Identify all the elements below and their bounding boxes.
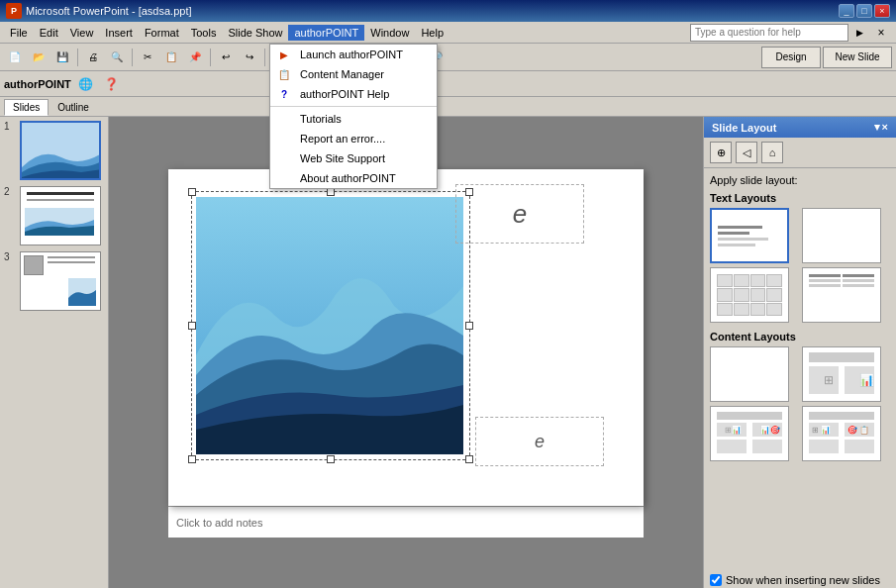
svg-text:🎯 📋: 🎯 📋 bbox=[847, 425, 869, 435]
menu-help[interactable]: Help bbox=[415, 25, 449, 41]
copy-btn[interactable]: 📋 bbox=[160, 47, 182, 68]
slide-image-1[interactable] bbox=[20, 121, 101, 180]
menu-insert[interactable]: Insert bbox=[99, 25, 139, 41]
tab-slides[interactable]: Slides bbox=[4, 99, 49, 116]
author-label: authorPOINT bbox=[4, 78, 71, 90]
menu-window[interactable]: Window bbox=[364, 25, 415, 41]
svg-text:⊞📊: ⊞📊 bbox=[725, 425, 742, 435]
layout-table2[interactable] bbox=[802, 267, 881, 323]
tutorials-item[interactable]: Tutorials bbox=[270, 109, 437, 129]
open-btn[interactable]: 📂 bbox=[28, 47, 50, 68]
content-layout-1[interactable] bbox=[710, 346, 789, 402]
author-icon1[interactable]: 🌐 bbox=[75, 73, 97, 95]
text-layouts-title: Text Layouts bbox=[710, 192, 890, 204]
panel-content: Apply slide layout: Text Layouts bbox=[704, 168, 896, 570]
cut-btn[interactable]: ✂ bbox=[137, 47, 158, 68]
handle-bm[interactable] bbox=[327, 455, 335, 463]
authorpoint-dropdown-menu: ▶ Launch authorPOINT 📋 Content Manager ?… bbox=[269, 44, 438, 189]
slide-tab-bar: Slides Outline bbox=[0, 97, 896, 117]
redo-btn[interactable]: ↪ bbox=[239, 47, 260, 68]
text-layout-grid bbox=[710, 208, 890, 323]
new-btn[interactable]: 📄 bbox=[4, 47, 26, 68]
svg-text:📊: 📊 bbox=[859, 372, 874, 387]
content-layout-3[interactable]: ⊞📊 📊🎯 bbox=[710, 406, 789, 461]
help-search-button[interactable]: ▶ bbox=[848, 22, 870, 44]
web-support-label: Web Site Support bbox=[300, 152, 385, 164]
minimize-button[interactable]: _ bbox=[839, 4, 854, 18]
slide-panel: 1 2 bbox=[0, 117, 109, 588]
web-support-item[interactable]: Web Site Support bbox=[270, 148, 437, 168]
sep2 bbox=[132, 49, 133, 66]
slide-num-2: 2 bbox=[4, 186, 16, 197]
title-bar-buttons: _ □ × bbox=[839, 4, 890, 18]
launch-authorpoint-item[interactable]: ▶ Launch authorPOINT bbox=[270, 45, 437, 64]
close-button[interactable]: × bbox=[874, 4, 890, 18]
panel-dropdown-icon[interactable]: ▾ bbox=[874, 121, 880, 134]
slide-canvas[interactable]: e e bbox=[168, 169, 644, 506]
author-icon2[interactable]: ❓ bbox=[101, 73, 123, 95]
handle-mr[interactable] bbox=[465, 322, 473, 330]
content-layout-2[interactable]: ⊞ 📊 bbox=[802, 346, 881, 402]
layout-table1[interactable] bbox=[710, 267, 789, 323]
undo-btn[interactable]: ↩ bbox=[215, 47, 237, 68]
svg-rect-4 bbox=[809, 352, 874, 362]
preview-btn[interactable]: 🔍 bbox=[106, 47, 128, 68]
content-layout-4[interactable]: ⊞ 📊 🎯 📋 bbox=[802, 406, 881, 461]
menu-view[interactable]: View bbox=[64, 25, 100, 41]
svg-rect-16 bbox=[809, 412, 874, 420]
launch-label: Launch authorPOINT bbox=[300, 49, 403, 60]
slide-thumb-1[interactable]: 1 bbox=[4, 121, 104, 180]
slide-thumb-3[interactable]: 3 bbox=[4, 251, 104, 311]
handle-bl[interactable] bbox=[188, 455, 196, 463]
tab-outline[interactable]: Outline bbox=[49, 99, 98, 116]
menu-tools[interactable]: Tools bbox=[185, 25, 223, 41]
slide-image-2[interactable] bbox=[20, 186, 101, 245]
menu-format[interactable]: Format bbox=[139, 25, 185, 41]
menu-edit[interactable]: Edit bbox=[34, 25, 64, 41]
handle-br[interactable] bbox=[465, 455, 473, 463]
close-help-button[interactable]: × bbox=[870, 22, 892, 44]
panel-icon-bar: ⊕ ◁ ⌂ bbox=[704, 138, 896, 168]
help-search-input[interactable] bbox=[690, 24, 848, 42]
menu-slideshow[interactable]: Slide Show bbox=[222, 25, 288, 41]
paste-btn[interactable]: 📌 bbox=[184, 47, 206, 68]
design-button[interactable]: Design bbox=[761, 47, 821, 68]
show-checkbox[interactable] bbox=[710, 574, 722, 586]
save-btn[interactable]: 💾 bbox=[51, 47, 73, 68]
menu-file[interactable]: File bbox=[4, 25, 34, 41]
menu-bar: File Edit View Insert Format Tools Slide… bbox=[0, 22, 896, 44]
title-placeholder[interactable]: e bbox=[455, 184, 584, 244]
svg-rect-9 bbox=[717, 412, 782, 420]
notes-area[interactable]: Click to add notes bbox=[168, 506, 644, 538]
svg-rect-19 bbox=[809, 440, 839, 453]
layout-prev-btn[interactable]: ◁ bbox=[736, 142, 757, 163]
menu-authorpoint[interactable]: authorPOINT bbox=[288, 25, 364, 41]
report-error-item[interactable]: Report an error.... bbox=[270, 129, 437, 148]
handle-ml[interactable] bbox=[188, 322, 196, 330]
about-item[interactable]: About authorPOINT bbox=[270, 168, 437, 188]
app-icon: P bbox=[6, 3, 22, 19]
print-btn[interactable]: 🖨 bbox=[82, 47, 104, 68]
help-icon: ? bbox=[276, 86, 292, 102]
svg-rect-12 bbox=[717, 440, 747, 453]
content-placeholder[interactable]: e bbox=[475, 417, 604, 466]
handle-tm[interactable] bbox=[327, 188, 335, 196]
author-toolbar: authorPOINT 🌐 ❓ bbox=[0, 71, 896, 97]
layout-home-btn[interactable]: ⌂ bbox=[761, 142, 783, 163]
layout-blank-title[interactable] bbox=[710, 208, 789, 263]
title-text: Microsoft PowerPoint - [asdsa.ppt] bbox=[26, 5, 192, 17]
slide-thumb-2[interactable]: 2 bbox=[4, 186, 104, 245]
notes-placeholder: Click to add notes bbox=[176, 517, 262, 529]
main-toolbar: 📄 📂 💾 🖨 🔍 ✂ 📋 📌 ↩ ↪ ⊞ 📊 🖼 ◧ ▣ ▨ 🔎 Design… bbox=[0, 44, 896, 71]
content-text-e: e bbox=[535, 432, 545, 452]
handle-tl[interactable] bbox=[188, 188, 196, 196]
maximize-button[interactable]: □ bbox=[856, 4, 872, 18]
layout-blank[interactable] bbox=[802, 208, 881, 263]
layout-add-btn[interactable]: ⊕ bbox=[710, 142, 732, 163]
slide-image-3[interactable] bbox=[20, 251, 101, 311]
panel-close-icon[interactable]: × bbox=[882, 121, 888, 134]
authorpoint-help-item[interactable]: ? authorPOINT Help bbox=[270, 84, 437, 104]
new-slide-button[interactable]: New Slide bbox=[823, 47, 892, 68]
content-manager-item[interactable]: 📋 Content Manager bbox=[270, 64, 437, 84]
slide-num-1: 1 bbox=[4, 121, 16, 132]
